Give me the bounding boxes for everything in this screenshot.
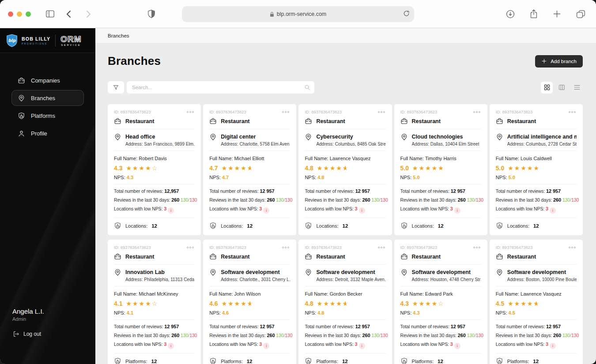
new-tab-icon[interactable] — [551, 8, 563, 20]
add-branch-label: Add branch — [551, 59, 577, 64]
info-icon[interactable]: i — [263, 343, 269, 349]
branch-card[interactable]: ID: 8937836473823 Restaurant Cloud techn… — [394, 104, 487, 235]
sidebar-toggle-icon[interactable] — [44, 8, 56, 19]
shield-thumb-icon — [18, 112, 25, 120]
close-window-button[interactable] — [8, 11, 13, 17]
sidebar-nav: Companies Branches Platforms Profile — [0, 72, 95, 141]
nps: NPS: 4.3 — [114, 175, 195, 180]
sidebar-item-label: Profile — [31, 130, 47, 137]
info-icon[interactable]: i — [454, 343, 460, 349]
branch-address: Address: Philadelphia, 11313 Ceda… — [125, 277, 195, 282]
sidebar-item-platforms[interactable]: Platforms — [11, 108, 84, 124]
card-menu-button[interactable] — [377, 110, 386, 114]
star-rating-icon: ★★★★☆ — [412, 300, 445, 307]
forward-icon[interactable] — [84, 8, 93, 20]
location-pin-icon — [114, 133, 121, 141]
info-icon[interactable]: i — [168, 207, 174, 214]
branch-name: Head office — [125, 134, 195, 140]
list-view-button[interactable] — [571, 82, 583, 94]
card-menu-button[interactable] — [186, 246, 195, 249]
tab-overview-icon[interactable] — [574, 8, 587, 20]
share-icon[interactable] — [528, 8, 539, 20]
card-menu-button[interactable] — [472, 246, 481, 249]
sidebar-item-profile[interactable]: Profile — [11, 125, 84, 141]
logout-button[interactable]: Log out — [12, 330, 44, 338]
privacy-shield-icon[interactable] — [146, 8, 157, 20]
branch-card[interactable]: ID: 8937836473823 Restaurant Innovation … — [108, 240, 201, 364]
manager-full-name: Full Name: Lawrence Vasquez — [496, 291, 577, 296]
location-pin-icon — [209, 133, 217, 141]
rating-value: 5.0 — [400, 165, 409, 172]
reload-icon[interactable] — [403, 10, 410, 17]
columns-view-button[interactable] — [556, 82, 568, 94]
nps: NPS: 4.8 — [305, 310, 385, 315]
downloads-icon[interactable] — [504, 8, 517, 20]
info-icon[interactable]: i — [359, 343, 365, 349]
card-menu-button[interactable] — [568, 246, 577, 249]
footer-value: 12 — [438, 359, 443, 364]
manager-full-name: Full Name: Edward Park — [400, 291, 481, 296]
card-menu-button[interactable] — [281, 246, 290, 249]
shield-thumb-icon — [400, 222, 408, 229]
info-icon[interactable]: i — [168, 343, 174, 349]
briefcase-icon — [209, 117, 217, 125]
nps: NPS: 4.7 — [209, 175, 290, 180]
branch-card[interactable]: ID: 8937836473823 Restaurant Software de… — [490, 240, 583, 364]
footer-value: 12 — [533, 223, 539, 229]
manager-full-name: Full Name: Michael McKinney — [114, 291, 195, 296]
card-menu-button[interactable] — [281, 110, 290, 114]
sidebar-item-branches[interactable]: Branches — [11, 90, 84, 106]
star-rating-icon: ★★★★☆★ — [222, 165, 254, 171]
manager-full-name: Full Name: John Wilson — [209, 291, 290, 296]
user-name: Angela L.I. — [12, 308, 44, 315]
branch-card[interactable]: ID: 8937836473823 Restaurant Software de… — [394, 240, 487, 364]
info-icon[interactable]: i — [454, 207, 460, 214]
add-branch-button[interactable]: Add branch — [535, 55, 583, 68]
grid-view-icon — [543, 84, 551, 91]
footer-value: 12 — [438, 223, 444, 229]
address-bar[interactable]: blp.orm-service.com — [182, 6, 414, 22]
reviews-last-30-days: Reviews in the last 30 days: 260 130/130 — [209, 197, 290, 203]
breadcrumb-item[interactable]: Branches — [108, 33, 129, 38]
search-input[interactable] — [127, 81, 314, 94]
manager-full-name: Full Name: Timothy Harris — [400, 156, 481, 161]
branch-card[interactable]: ID: 8937836473823 Restaurant Head office… — [108, 104, 201, 235]
company-type: Restaurant — [316, 254, 345, 260]
card-menu-button[interactable] — [472, 110, 481, 114]
branch-card[interactable]: ID: 8937836473823 Restaurant Artificial … — [490, 104, 583, 235]
sidebar-item-companies[interactable]: Companies — [11, 72, 84, 88]
location-pin-icon — [114, 269, 121, 276]
branch-card[interactable]: ID: 8937836473823 Restaurant Software de… — [298, 240, 392, 364]
brand-name: BOB LILLY — [22, 36, 50, 41]
card-menu-button[interactable] — [186, 110, 195, 114]
briefcase-icon — [496, 253, 503, 260]
briefcase-icon — [496, 117, 503, 125]
grid-view-button[interactable] — [541, 82, 553, 94]
card-menu-button[interactable] — [377, 246, 386, 249]
minimize-window-button[interactable] — [17, 11, 22, 17]
location-pin-icon — [209, 269, 217, 276]
card-footer: Platforms: 12 — [305, 357, 385, 364]
branch-card[interactable]: ID: 8937836473823 Restaurant Software de… — [203, 240, 296, 364]
shield-thumb-icon — [496, 222, 503, 229]
zoom-window-button[interactable] — [26, 11, 31, 17]
info-icon[interactable]: i — [550, 207, 556, 214]
branch-address: Address: Columbus, 2728 Cedar St… — [507, 142, 577, 146]
card-footer: Platforms: 12 — [114, 357, 195, 364]
branch-card[interactable]: ID: 8937836473823 Restaurant Digital cen… — [203, 104, 296, 235]
branch-card[interactable]: ID: 8937836473823 Restaurant Cybersecuri… — [298, 104, 392, 235]
info-icon[interactable]: i — [263, 207, 269, 214]
branch-address: Address: Detroit, 3132 Maple Aven… — [316, 277, 385, 282]
footer-label: Platforms: — [221, 359, 243, 364]
info-icon[interactable]: i — [359, 207, 365, 214]
company-type: Restaurant — [221, 118, 249, 124]
filter-button[interactable] — [108, 81, 124, 94]
star-rating-icon: ★★★★☆ — [126, 300, 158, 307]
card-menu-button[interactable] — [568, 110, 577, 114]
info-icon[interactable]: i — [550, 343, 556, 349]
briefcase-icon — [209, 253, 217, 260]
branch-address: Address: Dallas, 10404 Elm Street — [412, 142, 479, 146]
branch-id: ID: 8937836473823 — [400, 109, 437, 114]
back-icon[interactable] — [64, 8, 73, 20]
company-type: Restaurant — [221, 254, 249, 260]
